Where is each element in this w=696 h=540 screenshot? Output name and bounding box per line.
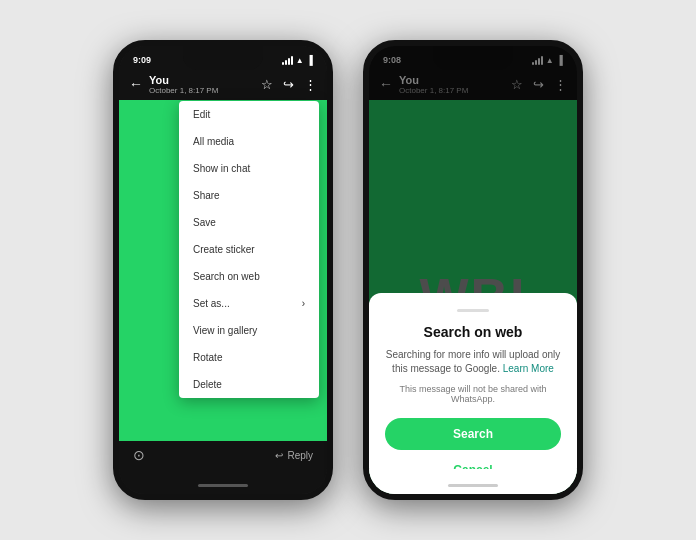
reply-label-1: Reply bbox=[287, 450, 313, 461]
sheet-body: Searching for more info will upload only… bbox=[385, 348, 561, 376]
bottom-sheet: Search on web Searching for more info wi… bbox=[369, 293, 577, 494]
menu-item-search-on-web[interactable]: Search on web bbox=[179, 263, 319, 290]
menu-item-edit[interactable]: Edit bbox=[179, 101, 319, 128]
bottom-bar-1: ⊙ ↩ Reply bbox=[119, 441, 327, 469]
menu-item-rotate[interactable]: Rotate bbox=[179, 344, 319, 371]
app-bar-title-1: You bbox=[149, 74, 255, 86]
back-button-1[interactable]: ← bbox=[129, 76, 143, 92]
phone-1: 9:09 ▲ ▐ ← You October 1, 8:1 bbox=[113, 40, 333, 500]
chevron-right-icon: › bbox=[302, 298, 305, 309]
emoji-icon-1[interactable]: ⊙ bbox=[133, 447, 145, 463]
reply-icon-1: ↩ bbox=[275, 450, 283, 461]
screen-1: 9:09 ▲ ▐ ← You October 1, 8:1 bbox=[119, 46, 327, 494]
home-indicator-2 bbox=[369, 469, 577, 494]
menu-item-view-in-gallery[interactable]: View in gallery bbox=[179, 317, 319, 344]
forward-icon-1[interactable]: ↪ bbox=[283, 77, 294, 92]
menu-item-share[interactable]: Share bbox=[179, 182, 319, 209]
menu-item-all-media[interactable]: All media bbox=[179, 128, 319, 155]
phones-container: 9:09 ▲ ▐ ← You October 1, 8:1 bbox=[113, 40, 583, 500]
time-1: 9:09 bbox=[133, 55, 151, 65]
menu-item-save[interactable]: Save bbox=[179, 209, 319, 236]
home-indicator-1 bbox=[119, 469, 327, 494]
learn-more-link[interactable]: Learn More bbox=[503, 363, 554, 374]
menu-item-set-as[interactable]: Set as...› bbox=[179, 290, 319, 317]
sheet-title: Search on web bbox=[385, 324, 561, 340]
more-icon-1[interactable]: ⋮ bbox=[304, 77, 317, 92]
app-bar-info-1: You October 1, 8:17 PM bbox=[149, 74, 255, 95]
battery-icon-1: ▐ bbox=[307, 55, 313, 65]
app-bar-1: ← You October 1, 8:17 PM ☆ ↪ ⋮ bbox=[119, 68, 327, 100]
menu-item-show-in-chat[interactable]: Show in chat bbox=[179, 155, 319, 182]
reply-button-1[interactable]: ↩ Reply bbox=[275, 450, 313, 461]
signal-bars-1 bbox=[282, 55, 293, 65]
screen-2: 9:08 ▲ ▐ ← You October 1, 8:1 bbox=[369, 46, 577, 494]
status-icons-1: ▲ ▐ bbox=[282, 55, 313, 65]
phone-2: 9:08 ▲ ▐ ← You October 1, 8:1 bbox=[363, 40, 583, 500]
context-menu: Edit All media Show in chat Share Save C… bbox=[179, 101, 319, 398]
search-button[interactable]: Search bbox=[385, 418, 561, 450]
wifi-icon-1: ▲ bbox=[296, 56, 304, 65]
sheet-note: This message will not be shared with Wha… bbox=[385, 384, 561, 404]
status-bar-1: 9:09 ▲ ▐ bbox=[119, 46, 327, 68]
menu-item-create-sticker[interactable]: Create sticker bbox=[179, 236, 319, 263]
star-icon-1[interactable]: ☆ bbox=[261, 77, 273, 92]
app-bar-subtitle-1: October 1, 8:17 PM bbox=[149, 86, 255, 95]
sheet-handle bbox=[457, 309, 489, 312]
app-bar-actions-1: ☆ ↪ ⋮ bbox=[261, 77, 317, 92]
menu-item-delete[interactable]: Delete bbox=[179, 371, 319, 398]
